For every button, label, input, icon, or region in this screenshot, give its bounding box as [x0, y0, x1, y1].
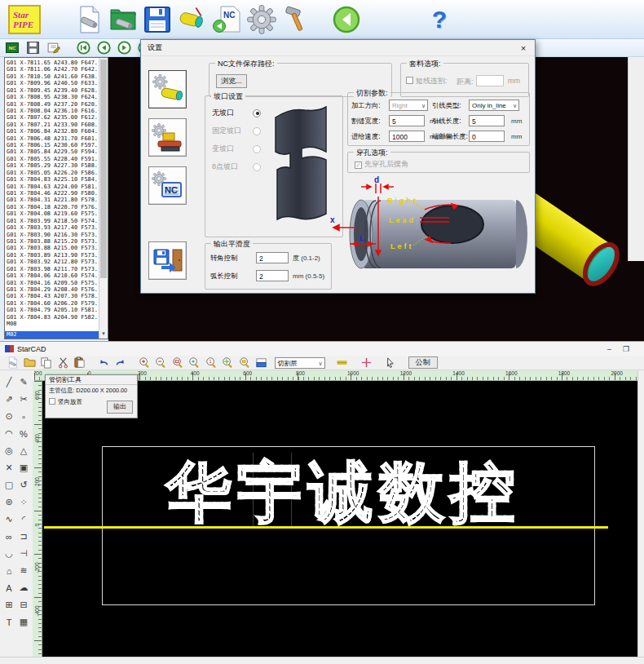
copy-shape-icon[interactable]: ▣	[16, 459, 31, 476]
gcode-line[interactable]: G01 X-7803.92 A212.80 F573.2	[7, 259, 98, 265]
vertical-place-checkbox[interactable]: 竖向放置	[49, 398, 82, 406]
zoom-scale-icon[interactable]: 1	[205, 356, 218, 370]
new-file-icon[interactable]	[6, 356, 20, 370]
gcode-line[interactable]: G01 X-7804.31 A221.80 F578.3	[7, 197, 98, 203]
gcode-line[interactable]: G01 X-7804.63 A224.00 F581.9	[7, 184, 98, 190]
gcode-scrollbar-thumb[interactable]	[100, 60, 107, 278]
prev-record-icon[interactable]	[96, 41, 111, 55]
new-file-icon[interactable]	[72, 2, 106, 37]
gcode-line[interactable]: G01 X-7809.45 A239.40 F628.9	[7, 87, 98, 94]
radio-icon[interactable]	[253, 127, 261, 135]
mirror-icon[interactable]: △	[16, 442, 31, 459]
zoom-selected-icon[interactable]	[238, 356, 252, 370]
checkbox-icon[interactable]	[49, 398, 55, 405]
zoom-out-icon[interactable]	[154, 356, 168, 370]
gcode-line[interactable]: G01 X-7806.84 A232.80 F604.6	[7, 128, 98, 135]
ring-icon[interactable]: ⊚	[2, 494, 16, 511]
distance-input[interactable]	[476, 75, 504, 86]
edit-program-icon[interactable]	[46, 41, 60, 55]
pipe-cut-icon[interactable]	[174, 2, 209, 37]
gcode-line[interactable]: G01 X-7808.49 A237.20 F620.2	[7, 101, 98, 108]
gcode-line[interactable]: G01 X-7803.90 A216.30 F573.3	[7, 232, 98, 238]
circle-center-icon[interactable]: ⊙	[2, 408, 16, 425]
metric-button[interactable]: 公制	[408, 356, 438, 369]
polyline-icon[interactable]: ⇗	[2, 391, 16, 408]
param-input[interactable]: 2	[256, 270, 289, 281]
groove-option[interactable]: 固定坡口	[212, 126, 261, 136]
layer-select[interactable]: 切割层∨	[275, 357, 325, 369]
save-small-icon[interactable]	[25, 41, 40, 55]
text-t-icon[interactable]: T	[2, 613, 16, 631]
groove-option[interactable]: 变坡口	[212, 144, 261, 154]
fillet-icon[interactable]: ◜	[16, 511, 31, 528]
gcode-line[interactable]: G01 X-7804.46 A222.90 F580.0	[7, 190, 98, 197]
redo-icon[interactable]	[113, 356, 127, 370]
array-icon[interactable]: ⁘	[16, 494, 31, 511]
radio-icon[interactable]	[253, 163, 261, 171]
rectangle-icon[interactable]: ▫	[16, 408, 31, 425]
back-icon[interactable]	[329, 2, 364, 37]
trim-icon[interactable]: ✂	[16, 391, 31, 408]
gcode-line[interactable]: G01 X-7803.88 A215.20 F573.0	[7, 238, 98, 245]
gcode-line[interactable]: G01 X-7805.84 A229.50 F594.6	[7, 148, 98, 155]
undo-icon[interactable]	[97, 356, 111, 370]
radio-icon[interactable]	[253, 145, 261, 153]
link-icon[interactable]: %	[16, 425, 31, 442]
checkbox-checked-icon[interactable]: ✓	[355, 162, 362, 169]
gcode-line[interactable]: G01 X-7803.98 A211.70 F573.7	[7, 266, 98, 272]
line-icon[interactable]: ╱	[2, 374, 16, 391]
gcode-line[interactable]: G01 X-7803.93 A217.40 F573.8	[7, 224, 98, 231]
canvas-v-scrollbar[interactable]	[637, 370, 644, 657]
gcode-line[interactable]: G01 X-7803.99 A218.50 F574.6	[7, 218, 98, 224]
gcode-line[interactable]: G01 X-7808.04 A236.10 F616.1	[7, 108, 98, 114]
gcode-line[interactable]: G01 X-7805.29 A227.30 F588.9	[7, 162, 98, 169]
browse-button[interactable]: 浏览...	[216, 74, 247, 88]
break-icon[interactable]: ⊣	[16, 545, 31, 562]
block-icon[interactable]: ⌂	[2, 562, 16, 579]
snap-cross-icon[interactable]	[359, 356, 373, 370]
gcode-line[interactable]: G01 X-7803.89 A213.90 F573.0	[7, 252, 98, 259]
gcode-line[interactable]: G01 X-7809.96 A240.50 F633.5	[7, 80, 98, 86]
zoom-extents-icon[interactable]	[221, 356, 235, 370]
polygon-icon[interactable]: ≋	[16, 562, 31, 579]
zoom-dynamic-icon[interactable]	[187, 356, 201, 370]
sketch-pen-icon[interactable]: ✎	[16, 374, 31, 391]
arc-segment-icon[interactable]: ◡	[2, 545, 16, 562]
gcode-line[interactable]: G01 X-7808.95 A238.30 F624.5	[7, 94, 98, 100]
groove-option[interactable]: 无坡口	[212, 108, 261, 118]
param-input[interactable]: 0	[469, 131, 505, 142]
cursor-icon[interactable]	[383, 356, 397, 370]
region-icon[interactable]: ▢	[2, 476, 16, 494]
machine-settings-button[interactable]	[148, 118, 187, 157]
help-icon[interactable]: ?	[422, 2, 457, 37]
output-button[interactable]: 输出	[107, 401, 133, 414]
close-icon[interactable]: ×	[512, 43, 535, 53]
radio-icon[interactable]	[253, 109, 261, 117]
zoom-in-icon[interactable]	[138, 356, 152, 370]
gcode-line[interactable]: G01 X-7804.08 A219.60 F575.6	[7, 210, 98, 217]
gcode-scrollbar[interactable]: ▼	[99, 58, 108, 339]
checkbox-icon[interactable]	[406, 77, 413, 84]
tools-hammer-icon[interactable]	[279, 2, 313, 37]
canvas-h-scrollbar[interactable]	[0, 657, 644, 664]
zoom-window-icon[interactable]	[171, 356, 185, 370]
view-icon[interactable]: ◎	[2, 442, 16, 459]
gcode-line[interactable]: G01 X-7804.29 A208.40 F576.6	[7, 286, 98, 293]
gcode-line[interactable]: G01 X-7805.05 A226.20 F586.4	[7, 170, 98, 176]
dialog-titlebar[interactable]: 设置 ×	[141, 40, 535, 56]
gcode-line[interactable]: G01 X-7804.83 A225.10 F584.0	[7, 176, 98, 183]
cut-icon[interactable]	[56, 356, 70, 370]
spline-icon[interactable]: ∿	[2, 511, 16, 528]
gcode-line[interactable]: G01 X-7806.48 A231.70 F601.1	[7, 135, 98, 142]
save-icon[interactable]	[140, 2, 174, 37]
gcode-line[interactable]: G01 X-7804.06 A210.60 F574.4	[7, 272, 98, 279]
gcode-line[interactable]: G01 X-7811.65 A243.80 F647.8	[7, 60, 98, 66]
gcode-line[interactable]: G01 X-7805.55 A228.40 F591.7	[7, 156, 98, 162]
copy-icon[interactable]	[39, 356, 53, 370]
param-input[interactable]: 5	[469, 115, 505, 126]
pipe-settings-button[interactable]	[148, 70, 187, 108]
gcode-line[interactable]: M08	[7, 321, 98, 327]
gcode-line[interactable]: G01 X-7804.43 A207.30 F578.0	[7, 293, 98, 299]
image-icon[interactable]: ▦	[16, 613, 31, 631]
lead-type-select[interactable]: Only in_line∨	[469, 100, 519, 111]
